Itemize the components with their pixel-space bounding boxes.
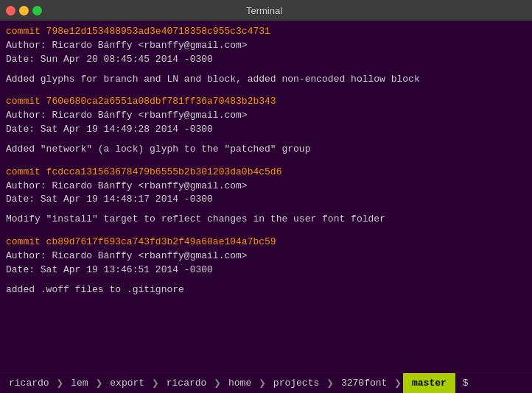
- commit-hash: commit fcdcca131563678479b6555b2b301203d…: [6, 166, 526, 180]
- commit-message: Added "network" (a lock) glyph to the "p…: [6, 143, 526, 157]
- commit-block: commit 760e680ca2a6551a08dbf781ff36a7048…: [6, 95, 526, 162]
- statusbar-branch: master: [403, 373, 455, 393]
- statusbar-path4: 3270font: [335, 373, 393, 393]
- statusbar-divider5: ❯: [257, 376, 267, 391]
- commit-hash: commit cb89d7617f693ca743fd3b2f49a60ae10…: [6, 236, 526, 249]
- traffic-lights: [6, 6, 42, 15]
- statusbar-divider3: ❯: [150, 376, 161, 391]
- statusbar-divider6: ❯: [325, 376, 335, 391]
- statusbar-tmux1: lem: [65, 373, 94, 393]
- commit-date: Date: Sat Apr 19 14:49:28 2014 -0300: [6, 123, 526, 137]
- commit-date: Date: Sat Apr 19 14:48:17 2014 -0300: [6, 193, 526, 207]
- commit-block: commit fcdcca131563678479b6555b2b301203d…: [6, 166, 526, 233]
- statusbar-divider2: ❯: [94, 376, 105, 391]
- terminal-body[interactable]: commit 798e12d153488953ad3e40718358c955c…: [0, 21, 532, 372]
- commit-author: Author: Ricardo Bánffy <rbanffy@gmail.co…: [6, 180, 526, 194]
- statusbar-prompt: $: [455, 373, 476, 393]
- commit-message: Modify "install" target to reflect chang…: [6, 213, 526, 227]
- statusbar-path2: home: [223, 373, 257, 393]
- commit-message: Added glyphs for branch and LN and block…: [6, 73, 526, 87]
- commit-message: added .woff files to .gitignore: [6, 283, 526, 297]
- statusbar: ricardo ❯ lem ❯ export ❯ ricardo ❯ home …: [0, 372, 532, 393]
- statusbar-user: ricardo: [3, 373, 55, 393]
- statusbar-divider7: ❯: [393, 376, 403, 391]
- commit-block: commit cb89d7617f693ca743fd3b2f49a60ae10…: [6, 236, 526, 302]
- commit-author: Author: Ricardo Bánffy <rbanffy@gmail.co…: [6, 39, 526, 53]
- commit-hash: commit 760e680ca2a6551a08dbf781ff36a7048…: [6, 95, 526, 109]
- maximize-button[interactable]: [32, 6, 42, 15]
- commit-hash: commit 798e12d153488953ad3e40718358c955c…: [6, 25, 526, 39]
- statusbar-divider1: ❯: [55, 376, 66, 391]
- commit-date: Date: Sat Apr 19 13:46:51 2014 -0300: [6, 263, 526, 277]
- commit-date: Date: Sun Apr 20 08:45:45 2014 -0300: [6, 53, 526, 67]
- commit-author: Author: Ricardo Bánffy <rbanffy@gmail.co…: [6, 109, 526, 123]
- commit-block: commit 798e12d153488953ad3e40718358c955c…: [6, 25, 526, 92]
- statusbar-tmux2: export: [104, 373, 150, 393]
- commit-author: Author: Ricardo Bánffy <rbanffy@gmail.co…: [6, 249, 526, 263]
- statusbar-divider4: ❯: [212, 376, 223, 391]
- statusbar-path3: projects: [267, 373, 325, 393]
- window-title: Terminal: [46, 5, 482, 16]
- statusbar-content: ricardo ❯ lem ❯ export ❯ ricardo ❯ home …: [0, 373, 476, 393]
- titlebar: Terminal: [0, 0, 532, 21]
- statusbar-path1: ricardo: [161, 373, 213, 393]
- close-button[interactable]: [6, 6, 15, 15]
- minimize-button[interactable]: [19, 6, 29, 15]
